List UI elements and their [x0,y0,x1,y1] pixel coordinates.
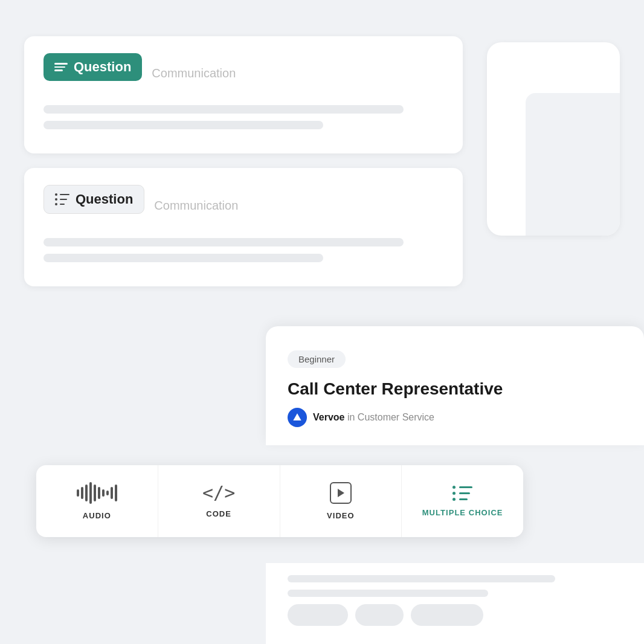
mc-row-3 [452,498,472,501]
mc-row-1 [452,486,472,489]
card-header-1: Question Communication [43,53,443,93]
audio-type-item[interactable]: AUDIO [36,465,158,537]
bottom-skeletons [266,563,644,644]
skel-btn-3 [411,604,483,626]
bottom-section: Beginner Call Center Representative Verv… [0,326,644,644]
deco-card [487,42,620,236]
question-types-card: AUDIO </> CODE VIDEO [36,465,523,537]
vervoe-logo [288,408,307,427]
question-badge-inactive: Question [43,185,144,214]
category-prefix: in [347,412,355,422]
bullet-dot-3 [55,203,57,205]
question-label-1: Question [74,59,131,75]
code-type-item[interactable]: </> CODE [158,465,280,537]
skel-bar-1 [288,575,555,582]
play-triangle [338,489,344,497]
communication-label-1: Communication [152,66,236,80]
video-icon [330,482,352,504]
mc-line-1 [459,486,472,488]
multiple-choice-icon [452,486,472,501]
skeleton-line-4 [43,254,323,262]
list-icon-active [54,63,68,71]
mc-dot-2 [452,492,456,495]
bullet-line-1 [60,194,69,196]
skeleton-button-row [288,604,622,626]
card-header-2: Question Communication [43,185,443,226]
skel-btn-1 [288,604,348,626]
multiple-choice-label: MULTIPLE CHOICE [422,508,503,517]
video-label: VIDEO [327,511,355,520]
mc-row-2 [452,492,472,495]
category: Customer Service [358,412,434,422]
code-icon: </> [202,484,235,502]
bullet-dot-1 [55,193,57,196]
question-label-2: Question [76,192,133,207]
mc-line-3 [459,498,468,500]
job-title: Call Center Representative [288,379,622,399]
code-label: CODE [206,509,231,518]
difficulty-badge: Beginner [288,350,346,368]
bullet-row-3 [55,203,69,205]
skeleton-line-3 [43,238,404,246]
bullet-line-2 [60,199,67,201]
company-info: Vervoe in Customer Service [313,412,434,423]
mc-line-2 [459,492,470,494]
bullet-dot-2 [55,198,57,201]
bullet-list-icon [55,193,69,205]
mc-dot-1 [452,486,456,489]
deco-card-inner [526,93,620,236]
job-card: Beginner Call Center Representative Verv… [266,326,644,445]
video-type-item[interactable]: VIDEO [280,465,402,537]
bullet-line-3 [60,204,65,205]
multiple-choice-type-item[interactable]: MULTIPLE CHOICE [402,465,523,537]
skel-bar-2 [288,590,488,597]
mc-dot-3 [452,498,456,501]
skeleton-line-1 [43,105,404,114]
question-card-inactive: Question Communication [24,168,463,286]
communication-label-2: Communication [154,199,238,213]
company-row: Vervoe in Customer Service [288,408,622,427]
question-card-active: Question Communication [24,36,463,153]
skel-btn-2 [355,604,404,626]
question-badge-active: Question [43,53,142,81]
audio-label: AUDIO [83,511,111,520]
company-name: Vervoe [313,412,344,422]
audio-icon [77,482,117,504]
bullet-row-1 [55,193,69,196]
skeleton-line-2 [43,121,323,129]
bullet-row-2 [55,198,69,201]
top-section: Question Communication [0,0,644,326]
